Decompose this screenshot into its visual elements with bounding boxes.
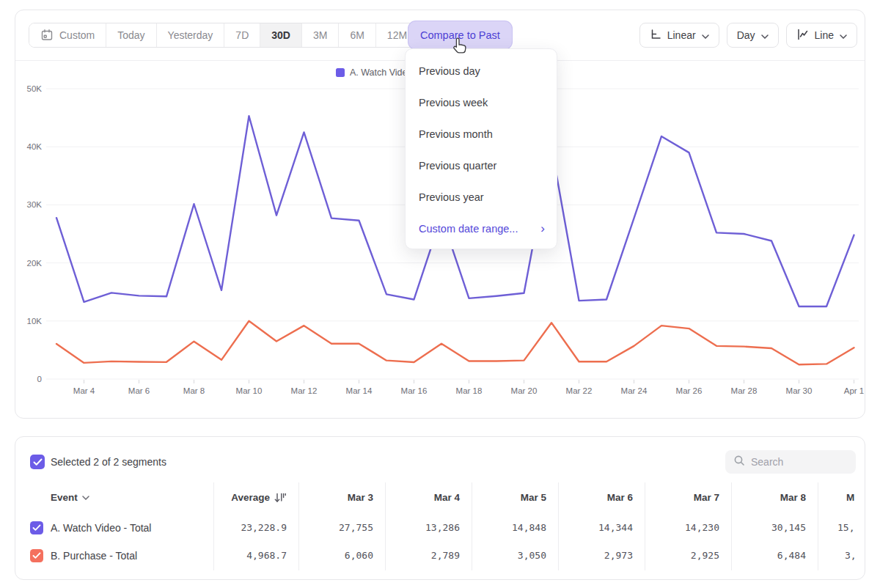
chevron-down-icon: [702, 29, 709, 41]
x-tick-label: Mar 8: [183, 386, 205, 395]
value-cell: 14,848: [512, 518, 546, 537]
legend-swatch: [336, 68, 345, 77]
x-tick-label: Mar 30: [786, 386, 813, 395]
x-tick-label: Mar 6: [128, 386, 150, 395]
y-tick-label: 0: [37, 375, 42, 383]
interval-dropdown[interactable]: Day: [727, 23, 779, 48]
preset-custom[interactable]: Custom: [29, 23, 106, 47]
line-chart-icon: [796, 29, 809, 43]
x-tick-label: Mar 14: [346, 386, 373, 395]
column-separator: [645, 482, 645, 570]
x-tick-label: Apr 1: [844, 386, 865, 395]
y-tick-label: 40K: [27, 142, 43, 151]
column-separator: [731, 482, 732, 570]
column-separator: [818, 482, 818, 570]
column-separator: [558, 482, 559, 570]
menu-item-previous-week[interactable]: Previous week: [406, 87, 557, 118]
sort-descending-icon: [274, 493, 287, 503]
value-cell: 6,060: [345, 546, 373, 565]
y-tick-label: 50K: [27, 84, 43, 93]
search-input[interactable]: [751, 456, 846, 468]
preset-today[interactable]: Today: [106, 23, 156, 47]
value-cell: 27,755: [339, 518, 373, 537]
value-cell-clipped: 3,: [845, 546, 857, 565]
date-column-header: Mar 4: [434, 488, 460, 507]
date-column-header: Mar 7: [694, 488, 719, 507]
x-tick-label: Mar 16: [401, 386, 428, 395]
menu-item-previous-month[interactable]: Previous month: [406, 118, 557, 150]
search-box: [725, 450, 856, 474]
average-cell: 23,228.9: [241, 518, 287, 537]
y-tick-label: 30K: [27, 200, 43, 209]
date-column-header: Mar 3: [348, 488, 373, 507]
menu-item-previous-year[interactable]: Previous year: [406, 181, 557, 213]
value-cell: 14,344: [598, 518, 633, 537]
value-cell: 6,484: [777, 546, 806, 565]
value-cell: 2,973: [604, 546, 633, 565]
average-cell: 4,968.7: [246, 546, 287, 565]
segment-row-label[interactable]: A. Watch Video - Total: [51, 518, 151, 537]
value-cell: 13,286: [425, 518, 460, 537]
row-checkbox[interactable]: [30, 549, 43, 562]
chevron-down-icon: [840, 29, 847, 41]
compare-to-past-menu: Previous dayPrevious weekPrevious monthP…: [405, 48, 557, 249]
chart-controls: Linear Day Line: [639, 23, 857, 48]
y-tick-label: 10K: [27, 317, 43, 326]
value-cell-clipped: 15,: [837, 518, 854, 537]
preset-30d[interactable]: 30D: [260, 23, 302, 47]
series-line-b: [56, 321, 854, 364]
row-checkbox[interactable]: [30, 521, 43, 534]
column-separator: [385, 482, 386, 570]
select-all-checkbox[interactable]: [30, 455, 45, 469]
check-icon: [32, 552, 41, 559]
value-cell: 30,145: [771, 518, 806, 537]
check-icon: [33, 458, 43, 466]
value-cell: 3,050: [518, 546, 546, 565]
preset-yesterday[interactable]: Yesterday: [157, 23, 225, 47]
event-column-header[interactable]: Event: [51, 488, 89, 507]
compare-to-past-button[interactable]: Compare to Past: [408, 21, 512, 49]
x-tick-label: Mar 24: [621, 386, 648, 395]
date-column-header: Mar 8: [780, 488, 806, 507]
y-tick-label: 20K: [27, 259, 43, 268]
segment-row-label[interactable]: B. Purchase - Total: [51, 546, 137, 565]
date-column-header-clipped: M: [846, 488, 854, 507]
segments-card: Selected 2 of 2 segments EventAverageMar…: [15, 436, 865, 580]
x-tick-label: Mar 26: [676, 386, 703, 395]
preset-3m[interactable]: 3M: [302, 23, 339, 47]
column-separator: [213, 482, 214, 570]
x-tick-label: Mar 10: [236, 386, 263, 395]
chevron-right-icon: ›: [540, 222, 545, 235]
chart-type-dropdown[interactable]: Line: [786, 23, 857, 48]
scale-dropdown[interactable]: Linear: [639, 23, 719, 48]
search-icon: [733, 455, 745, 469]
x-tick-label: Mar 28: [731, 386, 758, 395]
average-column-header[interactable]: Average: [231, 488, 287, 507]
column-separator: [472, 482, 472, 570]
menu-item-custom-date-range[interactable]: Custom date range...›: [406, 213, 557, 244]
x-tick-label: Mar 20: [511, 386, 538, 395]
value-cell: 2,925: [691, 546, 719, 565]
date-column-header: Mar 5: [521, 488, 546, 507]
calendar-icon: [40, 29, 54, 42]
value-cell: 2,789: [431, 546, 460, 565]
menu-item-previous-day[interactable]: Previous day: [406, 55, 557, 87]
x-tick-label: Mar 4: [73, 386, 95, 395]
preset-6m[interactable]: 6M: [339, 23, 375, 47]
menu-item-previous-quarter[interactable]: Previous quarter: [406, 150, 557, 181]
date-range-picker: CustomTodayYesterday7D30D3M6M12M: [29, 23, 419, 48]
check-icon: [32, 524, 41, 532]
x-tick-label: Mar 12: [291, 386, 318, 395]
preset-7d[interactable]: 7D: [224, 23, 260, 47]
selected-segments-summary: Selected 2 of 2 segments: [51, 455, 166, 469]
x-tick-label: Mar 18: [456, 386, 483, 395]
value-cell: 14,230: [685, 518, 719, 537]
chevron-down-icon: [82, 496, 89, 500]
date-column-header: Mar 6: [607, 488, 633, 507]
column-separator: [298, 482, 299, 570]
linear-axis-icon: [650, 29, 661, 43]
chevron-down-icon: [761, 29, 769, 41]
x-tick-label: Mar 22: [566, 386, 593, 395]
